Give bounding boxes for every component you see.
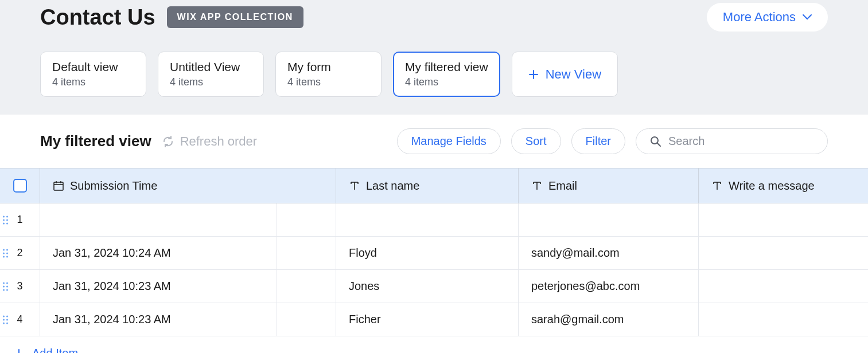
cell-email[interactable]: sarah@gmail.com — [519, 303, 699, 336]
row-number[interactable]: 2 — [0, 237, 40, 269]
tab-count: 4 items — [405, 76, 488, 88]
tab-label: My form — [287, 60, 369, 74]
plus-icon — [14, 348, 24, 354]
column-label-email: Email — [548, 179, 577, 193]
collection-badge: WIX APP COLLECTION — [167, 6, 303, 28]
drag-handle-icon[interactable] — [3, 282, 8, 291]
search-container[interactable] — [636, 128, 828, 154]
text-icon — [531, 180, 543, 191]
row-number[interactable]: 4 — [0, 303, 40, 336]
search-input[interactable] — [668, 135, 813, 148]
row-number[interactable]: 1 — [0, 203, 40, 236]
select-all-checkbox[interactable] — [13, 179, 27, 193]
view-tab[interactable]: Untitled View4 items — [158, 52, 264, 97]
column-header-message[interactable]: Write a message — [699, 168, 868, 203]
cell-email[interactable]: peterjones@abc.com — [519, 270, 699, 303]
drag-handle-icon[interactable] — [3, 215, 8, 224]
new-view-button[interactable]: New View — [512, 52, 618, 97]
drag-handle-icon[interactable] — [3, 315, 8, 324]
calendar-icon — [53, 180, 64, 191]
add-item-button[interactable]: Add Item — [0, 336, 868, 353]
cell-message[interactable] — [699, 203, 868, 236]
tab-label: My filtered view — [405, 60, 488, 74]
text-icon — [349, 180, 360, 191]
table-row[interactable]: 4Jan 31, 2024 10:23 AMFichersarah@gmail.… — [0, 303, 868, 336]
refresh-order-label: Refresh order — [180, 134, 258, 149]
view-tab[interactable]: Default view4 items — [40, 52, 146, 97]
page-title: Contact Us — [40, 5, 155, 30]
column-label-submission: Submission Time — [70, 179, 157, 193]
cell-submission-time[interactable] — [40, 203, 336, 236]
cell-submission-time[interactable]: Jan 31, 2024 10:24 AM — [40, 237, 336, 269]
tab-count: 4 items — [170, 76, 252, 88]
tab-count: 4 items — [52, 76, 134, 88]
tab-label: Untitled View — [170, 60, 252, 74]
drag-handle-icon[interactable] — [3, 249, 8, 257]
cell-last-name[interactable] — [336, 203, 519, 236]
column-header-last-name[interactable]: Last name — [336, 168, 519, 203]
column-header-submission[interactable]: Submission Time — [40, 168, 336, 203]
cell-last-name[interactable]: Ficher — [336, 303, 519, 336]
svg-point-0 — [651, 137, 658, 144]
cell-submission-time[interactable]: Jan 31, 2024 10:23 AM — [40, 270, 336, 303]
sort-button[interactable]: Sort — [511, 128, 561, 154]
view-tab[interactable]: My filtered view4 items — [393, 52, 500, 97]
table-row[interactable]: 1 — [0, 203, 868, 237]
table-row[interactable]: 2Jan 31, 2024 10:24 AMFloydsandy@mail.co… — [0, 237, 868, 270]
column-label-last-name: Last name — [366, 179, 419, 193]
new-view-label: New View — [546, 67, 601, 82]
more-actions-label: More Actions — [723, 10, 796, 25]
search-icon — [650, 136, 661, 147]
svg-rect-1 — [54, 182, 63, 190]
cell-submission-time[interactable]: Jan 31, 2024 10:23 AM — [40, 303, 336, 336]
refresh-order-button[interactable]: Refresh order — [162, 134, 258, 149]
current-view-name: My filtered view — [40, 132, 151, 150]
text-icon — [711, 180, 723, 191]
chevron-down-icon — [803, 14, 812, 20]
cell-email[interactable]: sandy@mail.com — [519, 237, 699, 269]
cell-last-name[interactable]: Jones — [336, 270, 519, 303]
view-tab[interactable]: My form4 items — [275, 52, 382, 97]
more-actions-button[interactable]: More Actions — [707, 3, 828, 32]
cell-message[interactable] — [699, 303, 868, 336]
tab-count: 4 items — [287, 76, 369, 88]
table-header: Submission Time Last name Email Write a … — [0, 168, 868, 203]
cell-last-name[interactable]: Floyd — [336, 237, 519, 269]
add-item-label: Add Item — [32, 347, 78, 353]
cell-message[interactable] — [699, 270, 868, 303]
column-header-email[interactable]: Email — [519, 168, 699, 203]
plus-icon — [528, 69, 539, 80]
cell-email[interactable] — [519, 203, 699, 236]
cell-message[interactable] — [699, 237, 868, 269]
manage-fields-button[interactable]: Manage Fields — [397, 128, 501, 154]
refresh-icon — [162, 135, 174, 148]
column-label-message: Write a message — [729, 179, 815, 193]
tab-label: Default view — [52, 60, 134, 74]
filter-button[interactable]: Filter — [571, 128, 625, 154]
row-number[interactable]: 3 — [0, 270, 40, 303]
table-row[interactable]: 3Jan 31, 2024 10:23 AMJonespeterjones@ab… — [0, 270, 868, 303]
